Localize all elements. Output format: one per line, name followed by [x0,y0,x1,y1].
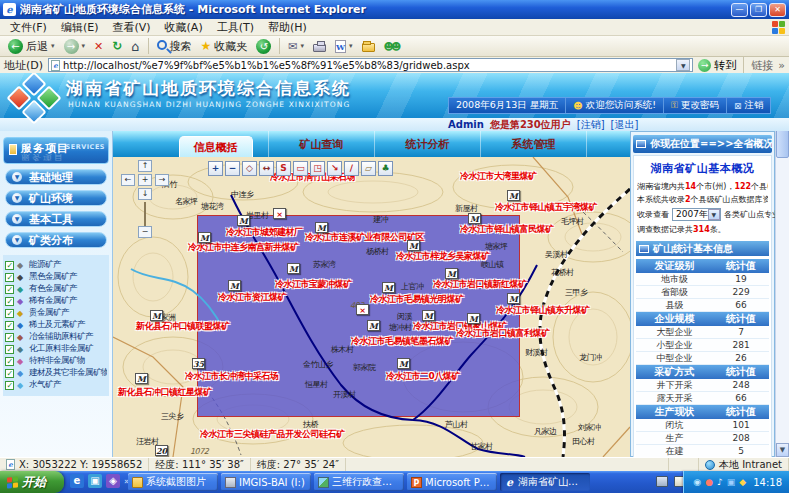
layer-checkbox[interactable]: ✓ [5,345,14,354]
measure-tool[interactable]: ↔ [259,161,274,176]
layer-item[interactable]: ✓◆稀土及元素矿产 [5,319,107,331]
forward-button[interactable]: → ▾ [61,37,89,56]
tray-volume-icon[interactable]: ♪ [717,478,723,487]
layer-checkbox[interactable]: ✓ [5,381,14,390]
layer-item[interactable]: ✓◆特种非金属矿物 [5,355,107,367]
layer-checkbox[interactable]: ✓ [5,273,14,282]
address-dropdown-icon[interactable]: ▼ [676,59,690,71]
refresh-button[interactable]: ↻ [109,37,125,56]
layer-checkbox[interactable]: ✓ [5,261,14,270]
sidebar-button[interactable]: ▼矿山环境 [5,190,107,206]
zoom-in-tool[interactable]: + [208,161,223,176]
mine-marker[interactable]: M [507,293,520,304]
mine-label[interactable]: 冷水江市宝蒙冲煤矿 [275,278,352,291]
menu-item[interactable]: 文件(F) [3,19,54,36]
layer-checkbox[interactable]: ✓ [5,321,14,330]
mine-label[interactable]: 冷水江市大湾里煤矿 [460,170,537,183]
layer-checkbox[interactable]: ✓ [5,333,14,342]
menu-item[interactable]: 收藏(A) [158,19,210,36]
scroll-down-icon[interactable]: ▼ [776,443,789,457]
pan-center-button[interactable]: + [138,174,152,186]
pan-tool[interactable]: ◇ [242,161,257,176]
year-select[interactable]: 2007年 ▼ [672,208,721,221]
mine-marker[interactable]: M [315,222,328,233]
zoom-slider-track[interactable] [144,202,146,228]
mine-marker[interactable]: M [287,263,300,274]
edit-word-button[interactable]: W▾ [332,37,356,56]
tray-network-icon[interactable]: ◉ [693,478,701,487]
identify-tool[interactable]: ↘ [327,161,342,176]
mine-marker[interactable]: M [397,358,410,369]
mine-label[interactable]: 冷水江市三尖镇硅产品开发公司硅石矿 [200,428,345,441]
mine-marker[interactable]: M [237,215,250,226]
tab-item[interactable]: 统计分析 [375,131,481,157]
stop-button[interactable]: ✕ [91,37,106,56]
tray-update-icon[interactable]: ◆ [739,478,746,487]
mine-marker[interactable]: M [198,232,211,243]
menu-item[interactable]: 查看(V) [105,19,157,36]
back-button[interactable]: ← 后退 ▾ [5,37,58,56]
zoom-out-tool[interactable]: − [225,161,240,176]
layer-item[interactable]: ✓◆建材及其它非金属矿物 [5,367,107,379]
layer-checkbox[interactable]: ✓ [5,357,14,366]
start-button[interactable]: 开始 [0,471,64,493]
mine-marker[interactable]: M [382,282,395,293]
layer-item[interactable]: ✓◆化工原料非金属矿 [5,343,107,355]
select-rect-tool[interactable]: ▭ [293,161,308,176]
mine-label[interactable]: 冷水江市岩口镇富利煤矿 [456,327,550,340]
layer-item[interactable]: ✓◆冶金辅助原料矿产 [5,331,107,343]
mine-marker[interactable]: M [228,280,241,291]
mine-label[interactable]: 冷水江市城郊建材厂 [226,226,303,239]
mine-label[interactable]: 冷水江市铎山镇五宇湾煤矿 [495,201,597,214]
logout-link[interactable]: ⊠注销 [727,98,771,113]
close-button[interactable]: ✕ [769,3,786,17]
sidebar-button[interactable]: ▼基本工具 [5,211,107,227]
pan-left-button[interactable]: ← [121,174,135,186]
taskbar-printer-icon[interactable] [656,476,668,487]
layer-checkbox[interactable]: ✓ [5,285,14,294]
map-canvas[interactable]: 冷水江市涧竹山采石场冷水江市大湾里煤矿冷水江市铎山镇五宇湾煤矿冷水江市城郊建材厂… [113,157,630,457]
layer-item[interactable]: ✓◆贵金属矿产 [5,307,107,319]
mine-label[interactable]: 冷水江市长冲湾中采石场 [185,370,279,383]
pan-up-button[interactable]: ↑ [138,160,152,172]
menu-item[interactable]: 工具(T) [210,19,261,36]
mine-label[interactable]: 冷水江市资江煤矿 [218,291,286,304]
back-dropdown-icon[interactable]: ▾ [51,42,55,50]
quicklaunch-desktop-icon[interactable]: ▣ [88,474,102,488]
tray-alert-icon[interactable]: ● [705,478,713,487]
maximize-button[interactable]: ❐ [750,3,767,17]
zoom-slider-button[interactable]: − [138,226,152,238]
minimize-button[interactable]: — [731,3,748,17]
mine-label[interactable]: 冷水江市毛易镇笔墨石煤矿 [351,335,453,348]
menu-item[interactable]: 编辑(E) [54,19,106,36]
mine-marker[interactable]: × [356,304,369,315]
forward-dropdown-icon[interactable]: ▾ [82,42,86,50]
taskbar-button[interactable]: 三维行政查询.bmp... [314,473,404,491]
layer-item[interactable]: ✓◆稀有金属矿产 [5,295,107,307]
mine-label[interactable]: 冷水江市岩口镇新红煤矿 [433,278,527,291]
tab-item[interactable]: 矿山查询 [269,131,375,157]
mine-label[interactable]: 新化县石冲口镇红星煤矿 [118,386,212,399]
mine-label[interactable]: 冷水江市二0八煤矿 [386,370,460,383]
messenger-button[interactable]: ☻☻ [381,37,402,56]
mail-button[interactable]: ✉▾ [285,37,307,56]
select-circle-tool[interactable]: S [276,161,291,176]
pan-down-button[interactable]: ↓ [138,188,152,200]
favorites-button[interactable]: ★ 收藏夹 [198,37,251,56]
layer-checkbox[interactable]: ✓ [5,297,14,306]
layer-checkbox[interactable]: ✓ [5,369,14,378]
go-button[interactable]: → 转到 [698,58,736,73]
layer-item[interactable]: ✓◆黑色金属矿产 [5,271,107,283]
layer-item[interactable]: ✓◆能源矿产 [5,259,107,271]
tab-active[interactable]: 信息概括 [163,131,269,157]
home-button[interactable]: ⌂ [128,37,142,56]
mine-marker[interactable]: M [422,310,435,321]
mine-marker[interactable]: M [407,240,420,251]
mail-dropdown-icon[interactable]: ▾ [301,42,305,50]
taskbar-button[interactable]: IMGIS-BAI (I:) [221,473,311,491]
mine-marker[interactable]: M [507,190,520,201]
pan-right-button[interactable]: → [155,174,169,186]
mine-label[interactable]: 新化县石冲口镇联盟煤矿 [136,320,230,333]
history-button[interactable]: ↺ [253,37,274,56]
search-button[interactable]: 搜索 [154,37,195,56]
